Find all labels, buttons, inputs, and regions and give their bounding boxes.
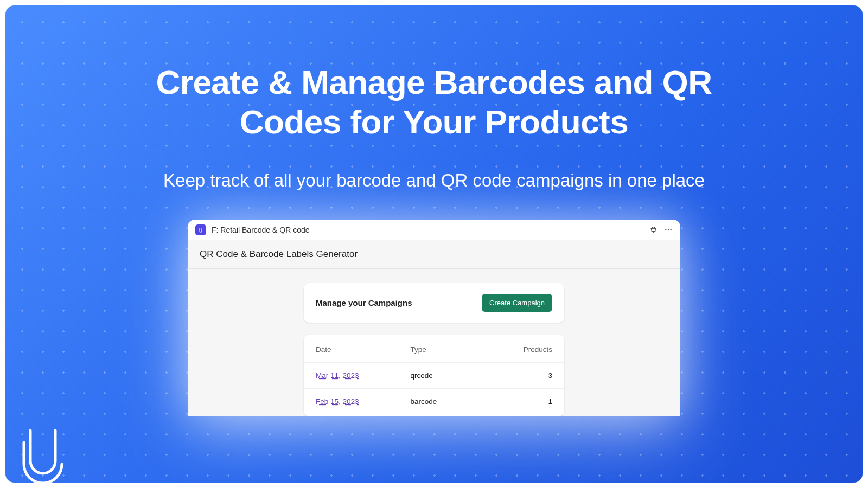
campaign-type: qrcode: [410, 371, 498, 380]
more-icon[interactable]: [664, 226, 673, 234]
table-row: Mar 11, 2023 qrcode 3: [304, 362, 564, 388]
panel-heading: Manage your Campaigns: [316, 298, 412, 307]
svg-point-1: [668, 229, 669, 230]
col-header-type: Type: [410, 345, 498, 354]
create-campaign-button[interactable]: Create Campaign: [482, 294, 552, 312]
campaign-date-link[interactable]: Mar 11, 2023: [316, 371, 410, 380]
campaigns-table: Date Type Products Mar 11, 2023 qrcode 3…: [304, 335, 564, 416]
app-titlebar: F: Retail Barcode & QR code: [188, 220, 680, 240]
table-row: Feb 15, 2023 barcode 1: [304, 388, 564, 414]
campaign-products-count: 3: [498, 371, 552, 380]
campaign-type: barcode: [410, 397, 498, 406]
app-subheader: QR Code & Barcode Labels Generator: [188, 240, 680, 269]
window-title: F: Retail Barcode & QR code: [212, 226, 310, 234]
campaign-products-count: 1: [498, 397, 552, 406]
col-header-date: Date: [316, 345, 410, 354]
brand-logo-icon: [21, 426, 65, 483]
campaign-date-link[interactable]: Feb 15, 2023: [316, 397, 410, 406]
page-title: QR Code & Barcode Labels Generator: [200, 249, 668, 260]
svg-point-0: [665, 229, 666, 230]
table-header-row: Date Type Products: [304, 337, 564, 362]
app-logo-icon: [195, 224, 206, 235]
manage-campaigns-card: Manage your Campaigns Create Campaign: [304, 283, 564, 323]
hero-subtitle: Keep track of all your barcode and QR co…: [163, 168, 705, 194]
app-window: F: Retail Barcode & QR code QR Co: [188, 220, 680, 416]
col-header-products: Products: [498, 345, 552, 354]
pin-icon[interactable]: [649, 226, 658, 234]
svg-point-2: [670, 229, 671, 230]
hero-title: Create & Manage Barcodes and QR Codes fo…: [108, 62, 760, 142]
